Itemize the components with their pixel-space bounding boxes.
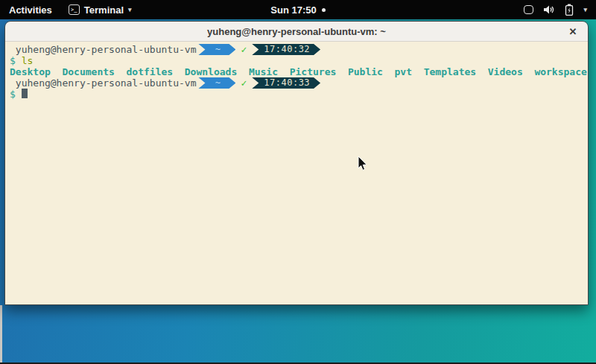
input-line: $ [10, 89, 588, 100]
directory-item: pvt [395, 66, 412, 77]
success-check-icon: ✓ [241, 44, 247, 55]
prompt-user: yuheng@henry-personal-ubuntu-vm [10, 77, 196, 89]
activities-button[interactable]: Activities [0, 0, 61, 19]
chevron-down-icon: ▾ [583, 6, 587, 13]
volume-icon [543, 4, 555, 15]
prompt-line: yuheng@henry-personal-ubuntu-vm ~ ✓ 17:4… [10, 44, 588, 55]
terminal-cursor [22, 89, 28, 98]
directory-item: Templates [424, 66, 476, 77]
success-check-icon: ✓ [241, 77, 247, 89]
window-title: yuheng@henry-personal-ubuntu-vm: ~ [207, 26, 386, 37]
directory-item: Downloads [185, 66, 237, 77]
system-status-area[interactable]: ▾ [515, 0, 596, 19]
top-bar: Activities >_ Terminal ▾ Sun 17:50 ▾ [0, 0, 596, 19]
activities-label: Activities [9, 4, 52, 16]
command-text: ls [22, 55, 34, 66]
display-icon [524, 5, 533, 14]
directory-item: Music [249, 66, 278, 77]
terminal-window: yuheng@henry-personal-ubuntu-vm: ~ ✕ yuh… [4, 21, 589, 305]
powerline-path-segment: ~ [198, 77, 235, 89]
directory-item: Desktop [10, 66, 51, 77]
directory-listing: Desktop Documents dotfiles Downloads Mus… [10, 66, 588, 77]
directory-item: Videos [488, 66, 523, 77]
directory-item: dotfiles [127, 66, 174, 77]
prompt-dollar: $ [10, 89, 22, 100]
terminal-app-icon: >_ [69, 4, 80, 15]
window-titlebar[interactable]: yuheng@henry-personal-ubuntu-vm: ~ ✕ [5, 22, 588, 42]
powerline-time-segment: 17:40:33 [252, 77, 320, 89]
clock-label[interactable]: Sun 17:50 [270, 4, 316, 16]
app-menu-label: Terminal [84, 4, 124, 16]
prompt-dollar: $ [10, 55, 22, 66]
command-line: $ ls [10, 55, 588, 66]
prompt-line: yuheng@henry-personal-ubuntu-vm ~ ✓ 17:4… [10, 77, 588, 89]
directory-item: workspace [534, 66, 586, 77]
directory-item: Pictures [290, 66, 337, 77]
background-window-edge [0, 305, 2, 363]
directory-item: Documents [62, 66, 114, 77]
chevron-down-icon: ▾ [128, 6, 132, 13]
prompt-user: yuheng@henry-personal-ubuntu-vm [10, 44, 196, 55]
app-menu-terminal[interactable]: >_ Terminal ▾ [61, 0, 139, 19]
powerline-path-segment: ~ [198, 44, 235, 55]
powerline-time-segment: 17:40:32 [252, 44, 320, 55]
battery-charging-icon [565, 4, 574, 16]
close-icon[interactable]: ✕ [565, 22, 581, 41]
directory-item: Public [348, 66, 383, 77]
notification-dot-icon [322, 8, 326, 12]
terminal-screen[interactable]: yuheng@henry-personal-ubuntu-vm ~ ✓ 17:4… [5, 42, 588, 305]
